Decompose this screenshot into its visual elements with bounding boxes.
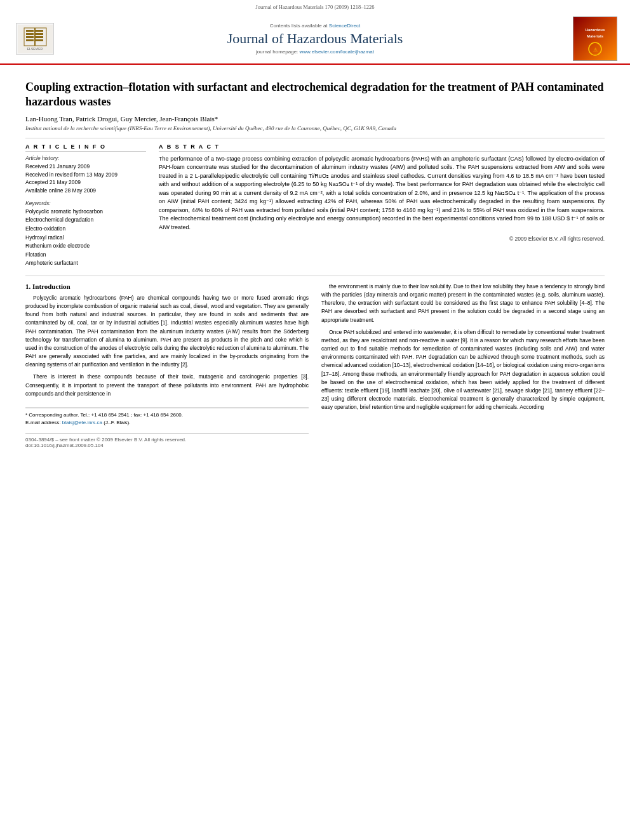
intro-para-2: There is interest in these compounds bec… <box>25 373 309 398</box>
keyword-3: Electro-oxidation <box>25 225 146 234</box>
body-two-col: 1. Introduction Polycyclic aromatic hydr… <box>25 283 605 448</box>
svg-text:Materials: Materials <box>586 34 603 38</box>
journal-title-header: Journal of Hazardous Materials <box>57 30 573 47</box>
svg-rect-9 <box>36 39 43 41</box>
intro-heading: 1. Introduction <box>25 283 309 290</box>
abstract-col: A B S T R A C T The performance of a two… <box>159 143 605 268</box>
article-title: Coupling extraction–flotation with surfa… <box>25 80 605 110</box>
journal-reference: Journal of Hazardous Materials 170 (2009… <box>0 0 630 13</box>
body-right-col: the environment is mainly due to their l… <box>321 283 605 448</box>
svg-text:ELSEVIER: ELSEVIER <box>27 47 43 51</box>
copyright-line: © 2009 Elsevier B.V. All rights reserved… <box>159 236 605 242</box>
body-content: 1. Introduction Polycyclic aromatic hydr… <box>25 276 605 448</box>
footer-left: 0304-3894/$ – see front matter © 2009 El… <box>25 437 186 448</box>
abstract-text: The performance of a two-stage process c… <box>159 155 605 232</box>
elsevier-logo-img: ELSEVIER <box>16 23 54 55</box>
affiliation: Institut national de la recherche scient… <box>25 125 605 131</box>
accepted-date: Accepted 21 May 2009 <box>25 178 146 187</box>
article-info-col: A R T I C L E I N F O Article history: R… <box>25 143 146 268</box>
keyword-4: Hydroxyl radical <box>25 234 146 243</box>
svg-rect-5 <box>26 39 34 41</box>
revised-date: Received in revised form 13 May 2009 <box>25 171 146 179</box>
email-link[interactable]: blaisj@ete.inrs.ca <box>62 420 102 425</box>
keywords-section: Keywords: Polycyclic aromatic hydrocarbo… <box>25 200 146 268</box>
body-left-col: 1. Introduction Polycyclic aromatic hydr… <box>25 283 309 448</box>
authors: Lan-Huong Tran, Patrick Drogui, Guy Merc… <box>25 115 605 123</box>
footnote-section: * Corresponding author. Tel.: +1 418 654… <box>25 408 309 427</box>
issn-line: 0304-3894/$ – see front matter © 2009 El… <box>25 437 186 443</box>
footnote-email: E-mail address: blaisj@ete.inrs.ca (J.-F… <box>25 419 309 427</box>
svg-rect-6 <box>36 30 43 32</box>
journal-header: ELSEVIER Contents lists available at Sci… <box>0 13 630 65</box>
svg-rect-7 <box>36 33 43 35</box>
journal-homepage: journal homepage: www.elsevier.com/locat… <box>57 49 573 55</box>
elsevier-logo: ELSEVIER <box>13 23 57 55</box>
intro-para-3: the environment is mainly due to their l… <box>321 283 605 324</box>
keyword-2: Electrochemical degradation <box>25 216 146 225</box>
history-label: Article history: <box>25 155 146 161</box>
keyword-6: Flotation <box>25 251 146 260</box>
svg-rect-8 <box>36 36 43 38</box>
article-info-label: A R T I C L E I N F O <box>25 143 146 152</box>
received-date: Received 21 January 2009 <box>25 163 146 171</box>
intro-para-4: Once PAH solubilized and entered into wa… <box>321 328 605 412</box>
svg-rect-2 <box>26 30 34 32</box>
keyword-7: Amphoteric surfactant <box>25 259 146 268</box>
svg-rect-3 <box>26 33 34 35</box>
homepage-link[interactable]: www.elsevier.com/locate/jhazmat <box>300 49 374 55</box>
abstract-label: A B S T R A C T <box>159 143 605 152</box>
main-content: Coupling extraction–flotation with surfa… <box>0 65 630 455</box>
sciencedirect-link[interactable]: ScienceDirect <box>329 23 360 29</box>
info-abstract-section: A R T I C L E I N F O Article history: R… <box>25 138 605 268</box>
svg-rect-4 <box>26 36 34 38</box>
svg-rect-10 <box>34 28 36 46</box>
keyword-1: Polycyclic aromatic hydrocarbon <box>25 208 146 217</box>
journal-center: Contents lists available at ScienceDirec… <box>57 23 573 55</box>
svg-rect-12 <box>575 18 616 60</box>
svg-text:Hazardous: Hazardous <box>585 28 605 32</box>
footer-bar: 0304-3894/$ – see front matter © 2009 El… <box>25 433 309 448</box>
page-wrapper: Journal of Hazardous Materials 170 (2009… <box>0 0 630 840</box>
footnote-corresponding: * Corresponding author. Tel.: +1 418 654… <box>25 411 309 419</box>
doi-line: doi:10.1016/j.jhazmat.2009.05.104 <box>25 443 186 448</box>
intro-para-1: Polycyclic aromatic hydrocarbons (PAH) a… <box>25 294 309 370</box>
journal-cover-image: Hazardous Materials ⚠ <box>573 17 617 61</box>
keywords-label: Keywords: <box>25 200 146 206</box>
available-online-date: Available online 28 May 2009 <box>25 187 146 195</box>
keyword-5: Ruthenium oxide electrode <box>25 242 146 251</box>
svg-text:⚠: ⚠ <box>593 47 597 53</box>
sciencedirect-line: Contents lists available at ScienceDirec… <box>57 23 573 29</box>
